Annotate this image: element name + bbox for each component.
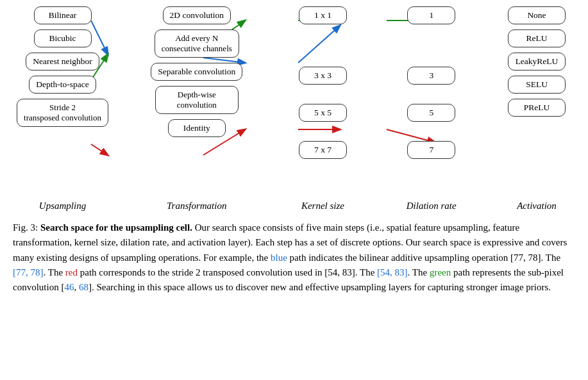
- node-k3x3: 3 x 3: [299, 67, 347, 85]
- node-bilinear: Bilinear: [34, 6, 92, 24]
- diagram: Bilinear Bicubic Nearest neighbor Depth-…: [13, 6, 575, 195]
- node-none: None: [508, 6, 566, 24]
- node-d5: 5: [407, 104, 455, 122]
- node-relu: ReLU: [508, 29, 566, 47]
- label-kernel: Kernel size: [285, 201, 362, 211]
- node-leakyrelu: LeakyReLU: [508, 53, 566, 70]
- node-nearest: Nearest neighbor: [26, 53, 99, 70]
- columns-wrapper: Bilinear Bicubic Nearest neighbor Depth-…: [13, 6, 575, 159]
- column-activation: None ReLU LeakyReLU SELU PReLU: [501, 6, 572, 117]
- column-kernel: 1 x 1 3 x 3 5 x 5 7 x 7: [285, 6, 362, 159]
- label-transform: Transformation: [144, 201, 249, 211]
- ref-68: 68: [79, 282, 88, 292]
- node-bicubic: Bicubic: [34, 29, 92, 47]
- node-d7: 7: [407, 141, 455, 159]
- column-upsample: Bilinear Bicubic Nearest neighbor Depth-…: [16, 6, 109, 127]
- fig-title: Search space for the upsampling cell.: [40, 222, 192, 233]
- node-k7x7: 7 x 7: [299, 141, 347, 159]
- node-selu: SELU: [508, 76, 566, 94]
- node-d3: 3: [407, 67, 455, 85]
- node-prelu: PReLU: [508, 99, 566, 117]
- node-d1: 1: [407, 6, 455, 24]
- node-depth2space: Depth-to-space: [29, 76, 96, 94]
- node-sepconv: Separable convolution: [151, 63, 242, 81]
- column-transform: 2D convolution Add every Nconsecutive ch…: [144, 6, 249, 137]
- node-addN: Add every Nconsecutive channels: [155, 29, 239, 58]
- caption-green: green: [430, 267, 451, 277]
- ref-46: 46: [64, 282, 74, 292]
- caption-red: red: [65, 267, 78, 277]
- node-k5x5: 5 x 5: [299, 104, 347, 122]
- node-conv2d: 2D convolution: [163, 6, 231, 24]
- node-stride2: Stride 2transposed convolution: [17, 99, 108, 127]
- label-upsample: Upsampling: [16, 201, 109, 211]
- caption-text3: path corresponds to the stride 2 transpo…: [78, 267, 377, 277]
- label-dilation: Dilation rate: [396, 201, 467, 211]
- node-depthwise: Depth-wiseconvolution: [155, 86, 239, 114]
- ref-54-83: [54, 83]: [377, 267, 408, 277]
- fig-number: Fig. 3:: [13, 222, 38, 233]
- label-activation: Activation: [501, 201, 572, 211]
- column-dilation: 1 3 5 7: [396, 6, 467, 159]
- node-identity: Identity: [168, 119, 226, 137]
- node-k1x1: 1 x 1: [299, 6, 347, 24]
- ref-77-78: [77, 78]: [13, 267, 44, 277]
- caption-blue: blue: [271, 252, 287, 263]
- column-labels: Upsampling Transformation Kernel size Di…: [13, 201, 575, 211]
- figure-caption: Fig. 3: Search space for the upsampling …: [13, 220, 575, 295]
- caption-text2: path indicates the bilinear additive ups…: [287, 252, 560, 263]
